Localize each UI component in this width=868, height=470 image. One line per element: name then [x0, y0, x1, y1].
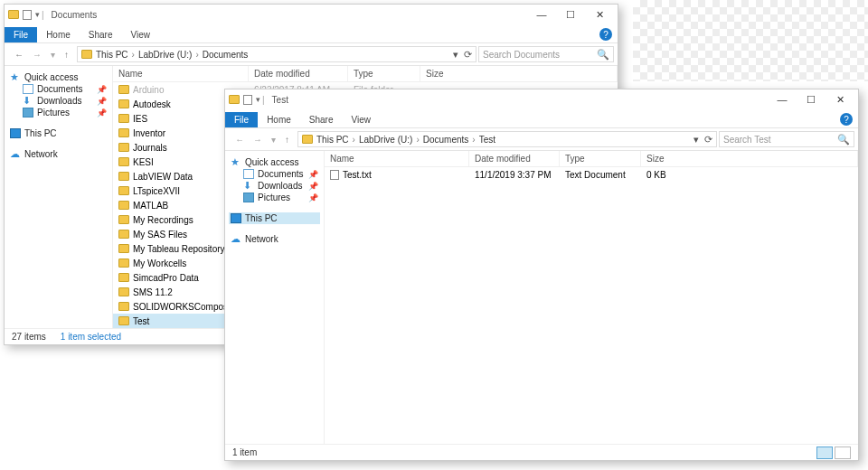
nav-forward-button[interactable]: →	[250, 133, 265, 146]
file-name: My Tableau Repository	[133, 244, 225, 254]
col-size[interactable]: Size	[420, 66, 618, 81]
maximize-button[interactable]: ☐	[797, 89, 826, 109]
crumb[interactable]: This PC	[316, 135, 349, 145]
folder-icon	[118, 287, 129, 296]
nav-quick-access[interactable]: ★Quick access	[8, 71, 108, 83]
breadcrumb[interactable]: This PC› LabDrive (U:)› Documents› Test …	[297, 131, 717, 147]
ribbon-tab-share[interactable]: Share	[80, 27, 122, 42]
ribbon-tab-file[interactable]: File	[5, 27, 37, 42]
col-type[interactable]: Type	[348, 66, 420, 81]
titlebar[interactable]: ▾ | Documents — ☐ ✕	[5, 5, 618, 24]
folder-icon	[118, 230, 129, 239]
help-icon[interactable]: ?	[840, 113, 853, 126]
document-icon	[243, 95, 252, 105]
search-input[interactable]: Search Test 🔍	[719, 131, 854, 147]
ribbon-tab-home[interactable]: Home	[258, 112, 300, 127]
titlebar[interactable]: ▾ | Test — ☐ ✕	[225, 89, 858, 109]
crumb[interactable]: Test	[479, 135, 495, 145]
crumb[interactable]: Documents	[423, 135, 469, 145]
folder-icon	[118, 302, 129, 311]
bar-icon: |	[40, 10, 46, 20]
col-date[interactable]: Date modified	[469, 151, 560, 166]
folder-icon	[118, 316, 129, 325]
crumb[interactable]: LabDrive (U:)	[359, 135, 412, 145]
folder-icon	[81, 50, 92, 59]
nav-this-pc[interactable]: This PC	[229, 212, 320, 224]
view-large-button[interactable]	[835, 446, 851, 459]
view-details-button[interactable]	[816, 446, 833, 459]
file-name: SMS 11.2	[133, 287, 173, 297]
crumb[interactable]: This PC	[96, 50, 128, 60]
column-headers[interactable]: Name Date modified Type Size	[325, 151, 858, 167]
address-bar: ← → ▾ ↑ This PC› LabDrive (U:)› Document…	[5, 42, 618, 66]
help-icon[interactable]: ?	[599, 28, 612, 41]
nav-recent-button[interactable]: ▾	[48, 48, 58, 61]
folder-icon	[8, 10, 19, 19]
col-name[interactable]: Name	[325, 151, 469, 166]
item-count: 27 items	[12, 332, 46, 342]
col-type[interactable]: Type	[560, 151, 641, 166]
nav-quick-access[interactable]: ★Quick access	[229, 156, 320, 168]
minimize-button[interactable]: —	[527, 5, 556, 24]
nav-back-button[interactable]: ←	[12, 48, 26, 61]
nav-recent-button[interactable]: ▾	[269, 133, 278, 146]
ribbon-tab-view[interactable]: View	[343, 112, 381, 127]
nav-downloads[interactable]: ⬇Downloads📌	[229, 180, 320, 192]
folder-icon	[118, 99, 129, 108]
address-bar: ← → ▾ ↑ This PC› LabDrive (U:)› Document…	[225, 127, 858, 151]
refresh-button[interactable]: ▾ ⟳	[693, 134, 712, 146]
folder-icon	[118, 85, 129, 94]
refresh-button[interactable]: ▾ ⟳	[453, 49, 472, 61]
nav-up-button[interactable]: ↑	[61, 48, 71, 61]
nav-pictures[interactable]: Pictures📌	[229, 192, 320, 203]
nav-this-pc[interactable]: This PC	[8, 127, 108, 139]
file-list[interactable]: Name Date modified Type Size Test.txt 11…	[325, 151, 858, 444]
col-size[interactable]: Size	[641, 151, 858, 166]
nav-network[interactable]: ☁Network	[229, 233, 320, 245]
breadcrumb[interactable]: This PC› LabDrive (U:)› Documents ▾ ⟳	[77, 46, 476, 62]
nav-documents[interactable]: Documents📌	[229, 168, 320, 180]
pin-icon: 📌	[308, 182, 318, 191]
window-title: Test	[272, 95, 768, 105]
crumb[interactable]: LabDrive (U:)	[138, 50, 192, 60]
nav-forward-button[interactable]: →	[30, 48, 44, 61]
search-input[interactable]: Search Documents 🔍	[478, 46, 614, 62]
navigation-pane: ★Quick access Documents📌 ⬇Downloads📌 Pic…	[225, 151, 325, 444]
close-button[interactable]: ✕	[585, 5, 614, 24]
folder-icon	[118, 244, 129, 253]
minimize-button[interactable]: —	[768, 89, 797, 109]
close-button[interactable]: ✕	[826, 89, 854, 109]
nav-downloads[interactable]: ⬇Downloads📌	[8, 95, 108, 107]
file-row[interactable]: Test.txt 11/1/2019 3:37 PM Text Document…	[325, 167, 858, 182]
ribbon-tab-share[interactable]: Share	[300, 112, 343, 127]
nav-back-button[interactable]: ←	[232, 133, 247, 146]
search-icon: 🔍	[837, 134, 850, 146]
nav-network[interactable]: ☁Network	[8, 148, 108, 160]
nav-documents[interactable]: Documents📌	[8, 83, 108, 95]
nav-pictures[interactable]: Pictures📌	[8, 107, 108, 118]
navigation-pane: ★Quick access Documents📌 ⬇Downloads📌 Pic…	[5, 66, 113, 328]
file-name: My Workcells	[133, 258, 186, 268]
maximize-button[interactable]: ☐	[556, 5, 585, 24]
folder-icon	[118, 114, 129, 123]
view-switcher[interactable]	[816, 446, 851, 459]
folder-icon	[118, 258, 129, 268]
folder-icon	[118, 143, 129, 152]
ribbon-tab-home[interactable]: Home	[37, 27, 80, 42]
selection-count: 1 item selected	[61, 332, 121, 342]
quick-access-toolbar: ▾	[8, 10, 40, 20]
folder-icon	[118, 157, 129, 166]
col-name[interactable]: Name	[113, 66, 249, 81]
file-name: KESI	[133, 157, 154, 167]
ribbon-tab-file[interactable]: File	[225, 112, 258, 127]
folder-icon	[118, 186, 129, 195]
crumb[interactable]: Documents	[203, 50, 249, 60]
file-name: My SAS Files	[133, 230, 187, 240]
column-headers[interactable]: Name Date modified Type Size	[113, 66, 618, 82]
ribbon-tab-view[interactable]: View	[122, 27, 160, 42]
pin-icon: 📌	[308, 170, 318, 179]
nav-up-button[interactable]: ↑	[282, 133, 292, 146]
col-date[interactable]: Date modified	[249, 66, 348, 81]
file-name: Test	[133, 316, 149, 326]
file-size: 0 KB	[646, 170, 853, 180]
